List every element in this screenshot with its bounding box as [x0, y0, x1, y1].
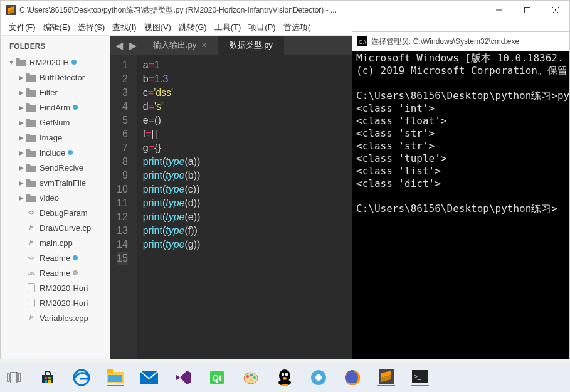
- tab-prev-icon[interactable]: ◀: [115, 40, 123, 51]
- menu-item[interactable]: 选择(S): [75, 21, 108, 34]
- folder-icon: [26, 162, 37, 172]
- code-line[interactable]: print(type(b)): [143, 169, 201, 183]
- svg-point-24: [250, 374, 253, 376]
- tree-item[interactable]: ▶GetNum: [1, 115, 110, 130]
- code-line[interactable]: d='s': [143, 100, 201, 114]
- menu-item[interactable]: 文件(F): [6, 21, 39, 34]
- tree-item[interactable]: /*main.cpp: [1, 235, 110, 250]
- tree-arrow-icon[interactable]: ▶: [17, 149, 26, 156]
- taskbar-task-view[interactable]: [5, 369, 23, 386]
- folder-icon: [26, 132, 37, 142]
- tab-nav[interactable]: ◀ ▶: [110, 36, 142, 55]
- tree-item[interactable]: 101Readme: [1, 265, 110, 280]
- code-line[interactable]: print(type(g)): [143, 238, 201, 252]
- tree-item[interactable]: ▶Image: [1, 130, 110, 145]
- menu-item[interactable]: 项目(P): [245, 21, 278, 34]
- code-line[interactable]: c='dss': [143, 86, 201, 100]
- taskbar-firefox[interactable]: [344, 369, 361, 386]
- svg-point-25: [253, 376, 256, 379]
- taskbar-sublime[interactable]: [377, 369, 395, 386]
- tree-arrow-icon[interactable]: ▶: [17, 74, 26, 81]
- tree-arrow-icon[interactable]: ▶: [17, 119, 26, 126]
- tree-item[interactable]: ▶Filter: [1, 85, 110, 100]
- tab-inactive[interactable]: 输入输出.py ×: [142, 36, 218, 55]
- tab-label: 输入输出.py: [153, 40, 196, 51]
- tree-arrow-icon[interactable]: ▼: [7, 59, 16, 66]
- code-line[interactable]: a=1: [143, 58, 201, 72]
- line-number: 11: [117, 196, 128, 210]
- menu-item[interactable]: 工具(T): [211, 21, 245, 34]
- tree-item-label: svmTrainFile: [40, 178, 86, 188]
- tree-item[interactable]: <>DebugParam: [1, 205, 110, 220]
- taskbar-qt[interactable]: Qt: [208, 369, 226, 386]
- menu-item[interactable]: 查找(I): [109, 21, 139, 34]
- taskbar-cmd[interactable]: >_: [411, 369, 429, 386]
- tree-item[interactable]: /*DrawCurve.cp: [1, 220, 110, 235]
- folder-icon: [26, 147, 37, 157]
- svg-rect-8: [11, 372, 17, 383]
- tree-item[interactable]: ▶SendRecive: [1, 160, 110, 175]
- code-icon: <>: [26, 253, 37, 263]
- tree-item[interactable]: RM2020-Hori: [1, 295, 110, 310]
- tree-item[interactable]: ▶BuffDetector: [1, 70, 110, 85]
- cmd-output[interactable]: Microsoft Windows [版本 10.0.18362. (c) 20…: [352, 51, 569, 359]
- menu-item[interactable]: 跳转(G): [176, 21, 210, 34]
- taskbar-mail[interactable]: [140, 369, 158, 386]
- tab-close-icon[interactable]: ×: [201, 40, 206, 50]
- code-line[interactable]: e=(): [143, 114, 201, 127]
- taskbar-browser[interactable]: [310, 369, 327, 386]
- source[interactable]: a=1b=1.3c='dss'd='s'e=()f=[]g={}print(ty…: [137, 55, 207, 359]
- tree-item-label: main.cpp: [40, 238, 73, 248]
- tree-arrow-icon[interactable]: ▶: [17, 179, 26, 186]
- tree-item-label: RM2020-Hori: [40, 283, 88, 293]
- menu-item[interactable]: 编辑(E): [40, 21, 73, 34]
- code-line[interactable]: print(type(e)): [143, 210, 201, 224]
- menu-item[interactable]: 首选项(: [280, 21, 314, 34]
- taskbar-store[interactable]: [39, 369, 56, 386]
- code-line[interactable]: print(type(d)): [143, 196, 201, 210]
- tree-item[interactable]: ▶svmTrainFile: [1, 175, 110, 190]
- tree-item[interactable]: /*Variables.cpp: [1, 310, 110, 326]
- tree-arrow-icon[interactable]: ▶: [17, 194, 26, 201]
- maximize-button[interactable]: [513, 1, 541, 19]
- code-line[interactable]: print(type(a)): [143, 155, 201, 169]
- taskbar-vstudio[interactable]: [174, 369, 192, 386]
- cmd-titlebar[interactable]: C:\ 选择管理员: C:\Windows\System32\cmd.exe: [352, 32, 569, 51]
- code-line[interactable]: [143, 252, 201, 265]
- minimize-button[interactable]: [485, 1, 513, 19]
- tree-item[interactable]: ▶include: [1, 145, 110, 160]
- tab-active[interactable]: 数据类型.py: [218, 36, 284, 55]
- tree-item[interactable]: <>Readme: [1, 250, 110, 265]
- tree-item[interactable]: RM2020-Hori: [1, 280, 110, 295]
- tree-arrow-icon[interactable]: ▶: [17, 89, 26, 96]
- tree-item[interactable]: ▶video: [1, 190, 110, 205]
- sublime-titlebar[interactable]: C:\Users\86156\Desktop\python练习\数据类型.py …: [1, 1, 569, 19]
- taskbar-qq[interactable]: [276, 369, 293, 386]
- taskbar-paint[interactable]: [242, 369, 260, 386]
- tree-arrow-icon[interactable]: ▶: [17, 164, 26, 171]
- code-line[interactable]: b=1.3: [143, 72, 201, 86]
- code-line[interactable]: f=[]: [143, 127, 201, 141]
- tree-arrow-icon[interactable]: ▶: [17, 134, 26, 141]
- code-line[interactable]: g={}: [143, 141, 201, 155]
- cmd-app-icon: C:\: [357, 36, 367, 46]
- svg-point-29: [282, 373, 284, 376]
- tree-arrow-icon[interactable]: ▶: [17, 104, 26, 111]
- tree-item[interactable]: ▼RM2020-H: [1, 55, 110, 70]
- code-line[interactable]: print(type(c)): [143, 183, 201, 196]
- line-number: 15: [117, 252, 128, 265]
- tree-item[interactable]: ▶FindArm: [1, 100, 110, 115]
- svg-rect-9: [18, 374, 21, 381]
- menu-item[interactable]: 视图(V): [141, 21, 174, 34]
- line-number: 13: [117, 224, 128, 238]
- close-button[interactable]: [541, 1, 569, 19]
- taskbar-explorer[interactable]: [107, 369, 124, 386]
- taskbar-edge[interactable]: [73, 369, 90, 386]
- line-number: 9: [117, 169, 128, 183]
- svg-rect-17: [107, 369, 113, 373]
- status-dot: [71, 60, 77, 65]
- code-line[interactable]: print(type(f)): [143, 224, 201, 238]
- cpp-icon: /*: [26, 223, 37, 233]
- tab-next-icon[interactable]: ▶: [129, 40, 137, 51]
- svg-point-26: [250, 379, 252, 381]
